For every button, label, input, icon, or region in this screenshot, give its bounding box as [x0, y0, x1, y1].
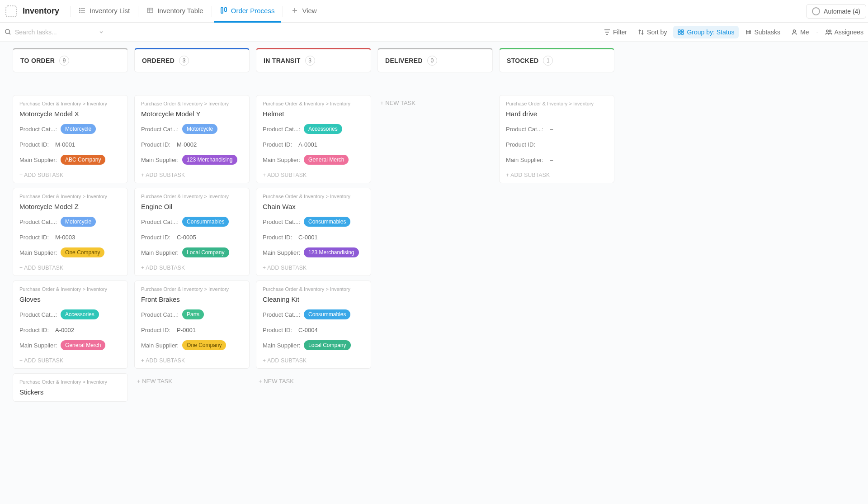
field-main-supplier: Main Supplier:General Merch	[263, 154, 364, 166]
task-card[interactable]: Purchase Order & Inventory > InventoryMo…	[134, 95, 250, 183]
filter-button[interactable]: Filter	[599, 26, 632, 38]
breadcrumb: Purchase Order & Inventory > Inventory	[263, 286, 364, 292]
me-button[interactable]: Me	[787, 26, 813, 38]
card-title: Front Brakes	[141, 295, 243, 303]
add-subtask-button[interactable]: + ADD SUBTASK	[141, 262, 243, 272]
subtasks-button[interactable]: Subtasks	[741, 26, 785, 38]
column-count: 9	[59, 56, 69, 66]
task-card[interactable]: Purchase Order & Inventory > InventoryGl…	[13, 281, 128, 369]
breadcrumb: Purchase Order & Inventory > Inventory	[19, 101, 121, 106]
task-card[interactable]: Purchase Order & Inventory > InventorySt…	[13, 373, 128, 402]
supplier-pill: Local Company	[304, 340, 350, 350]
add-subtask-button[interactable]: + ADD SUBTASK	[263, 355, 364, 365]
empty-value: –	[547, 157, 553, 163]
field-label: Main Supplier:	[263, 157, 300, 163]
column-header[interactable]: TO ORDER9	[13, 48, 128, 72]
field-label: Product ID:	[263, 141, 292, 148]
groupby-button[interactable]: Group by: Status	[673, 26, 739, 38]
card-title: Chain Wax	[263, 203, 364, 210]
tab-order-process[interactable]: Order Process	[214, 0, 281, 23]
field-label: Product ID:	[506, 141, 535, 148]
app-title: Inventory	[23, 6, 59, 16]
column-count: 0	[427, 56, 437, 66]
add-subtask-button[interactable]: + ADD SUBTASK	[141, 355, 243, 365]
field-label: Product ID:	[263, 327, 292, 333]
field-product-id: Product ID:M-0001	[19, 138, 121, 150]
field-label: Main Supplier:	[506, 157, 543, 163]
column-header[interactable]: STOCKED1	[499, 48, 614, 72]
field-label: Product ID:	[263, 234, 292, 241]
tab-inventory-table[interactable]: Inventory Table	[140, 0, 209, 23]
add-subtask-button[interactable]: + ADD SUBTASK	[506, 169, 608, 179]
task-card[interactable]: Purchase Order & Inventory > InventoryHe…	[256, 95, 371, 183]
supplier-pill: One Company	[61, 247, 104, 257]
separator-dot: ·	[816, 29, 819, 36]
svg-point-24	[750, 30, 751, 32]
tab-inventory-list[interactable]: Inventory List	[72, 0, 136, 23]
supplier-pill: ABC Company	[61, 155, 105, 165]
add-subtask-button[interactable]: + ADD SUBTASK	[141, 169, 243, 179]
column-header[interactable]: ORDERED3	[134, 48, 250, 72]
new-task-button[interactable]: + NEW TASK	[256, 373, 371, 389]
task-card[interactable]: Purchase Order & Inventory > InventoryEn…	[134, 188, 250, 276]
field-label: Product ID:	[141, 141, 170, 148]
add-subtask-button[interactable]: + ADD SUBTASK	[19, 169, 121, 179]
column-header[interactable]: IN TRANSIT3	[256, 48, 371, 72]
card-title: Gloves	[19, 295, 121, 303]
column-count: 3	[179, 56, 189, 66]
filter-label: Filter	[613, 29, 627, 36]
svg-rect-10	[225, 8, 226, 11]
task-card[interactable]: Purchase Order & Inventory > InventoryHa…	[499, 95, 614, 183]
category-pill: Accessories	[304, 124, 342, 134]
board-column: DELIVERED0+ NEW TASK	[377, 48, 493, 111]
tab-add-view[interactable]: View	[285, 0, 323, 23]
new-task-button[interactable]: + NEW TASK	[377, 95, 493, 111]
breadcrumb: Purchase Order & Inventory > Inventory	[141, 194, 243, 199]
category-pill: Consummables	[304, 217, 350, 227]
column-header[interactable]: DELIVERED0	[377, 48, 493, 72]
breadcrumb: Purchase Order & Inventory > Inventory	[19, 379, 121, 385]
card-title: Motorcycle Model Y	[141, 110, 243, 118]
sortby-button[interactable]: Sort by	[633, 26, 671, 38]
chevron-down-icon[interactable]	[99, 29, 104, 35]
add-subtask-button[interactable]: + ADD SUBTASK	[263, 169, 364, 179]
field-product-category: Product Cat...:Motorcycle	[19, 123, 121, 135]
field-product-id: Product ID:M-0003	[19, 231, 121, 243]
task-card[interactable]: Purchase Order & Inventory > InventoryCh…	[256, 188, 371, 276]
card-title: Motorcycle Model Z	[19, 203, 121, 210]
card-title: Helmet	[263, 110, 364, 118]
board-column: IN TRANSIT3Purchase Order & Inventory > …	[256, 48, 371, 389]
supplier-pill: General Merch	[61, 340, 105, 350]
assignees-button[interactable]: Assignees	[821, 26, 863, 38]
field-product-id: Product ID:C-0001	[263, 231, 364, 243]
search-input[interactable]	[15, 29, 87, 36]
task-card[interactable]: Purchase Order & Inventory > InventoryMo…	[13, 188, 128, 276]
divider	[106, 27, 106, 38]
supplier-pill: Local Company	[182, 247, 229, 257]
field-product-category: Product Cat...:Consummables	[263, 309, 364, 320]
task-card[interactable]: Purchase Order & Inventory > InventoryFr…	[134, 281, 250, 369]
field-label: Product ID:	[19, 141, 49, 148]
add-subtask-button[interactable]: + ADD SUBTASK	[19, 355, 121, 365]
field-label: Main Supplier:	[263, 342, 300, 349]
divider	[212, 6, 212, 17]
search-icon	[5, 29, 11, 35]
column-title: ORDERED	[142, 57, 175, 64]
add-subtask-button[interactable]: + ADD SUBTASK	[19, 262, 121, 272]
header-bar: Inventory Inventory List Inventory Table…	[0, 0, 868, 23]
task-card[interactable]: Purchase Order & Inventory > InventoryMo…	[13, 95, 128, 183]
divider	[283, 6, 283, 17]
assignees-label: Assignees	[834, 29, 863, 36]
task-card[interactable]: Purchase Order & Inventory > InventoryCl…	[256, 281, 371, 369]
field-main-supplier: Main Supplier:ABC Company	[19, 154, 121, 166]
product-id-value: A-0002	[52, 327, 74, 333]
field-product-category: Product Cat...:Motorcycle	[19, 216, 121, 228]
new-task-button[interactable]: + NEW TASK	[134, 373, 250, 389]
plus-icon	[291, 7, 298, 14]
column-title: IN TRANSIT	[264, 57, 301, 64]
category-pill: Consummables	[182, 217, 229, 227]
automate-button[interactable]: Automate (4)	[806, 4, 866, 19]
add-subtask-button[interactable]: + ADD SUBTASK	[263, 262, 364, 272]
divider	[70, 6, 71, 17]
field-label: Product ID:	[19, 327, 49, 333]
